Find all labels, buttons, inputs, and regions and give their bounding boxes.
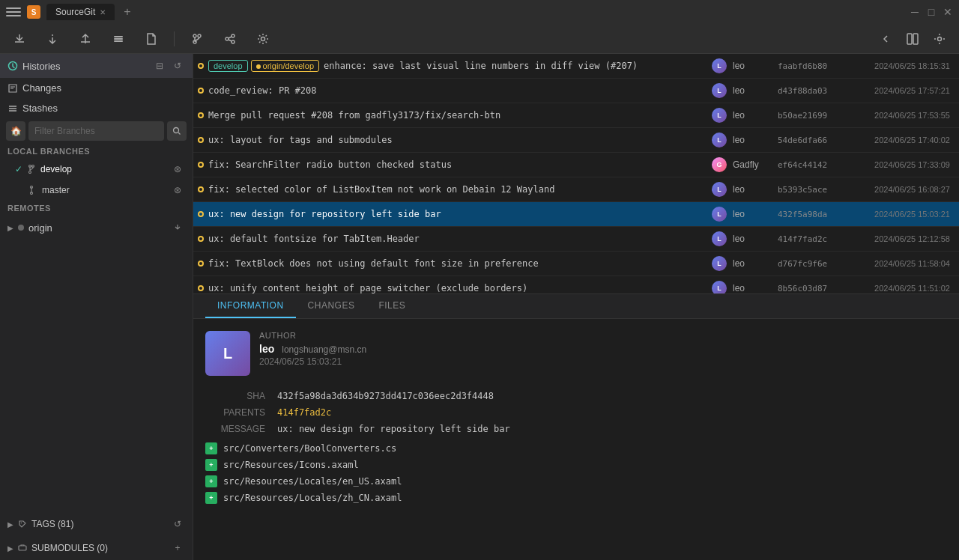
tab-information[interactable]: INFORMATION — [205, 294, 296, 318]
file-name: src/Resources/Icons.axaml — [223, 460, 359, 470]
commit-row[interactable]: Merge pull request #208 from gadfly3173/… — [193, 103, 959, 128]
branch-icon-master — [28, 186, 37, 195]
filter-branches-input[interactable] — [28, 121, 164, 141]
titlebar: S SourceGit ✕ + ─ □ ✕ — [0, 0, 959, 24]
commit-dot — [198, 112, 204, 118]
home-btn[interactable]: 🏠 — [6, 121, 25, 141]
refresh-btn[interactable]: ↺ — [170, 58, 185, 73]
parents-label: PARENTS — [205, 407, 265, 418]
commit-graph-col — [193, 236, 208, 242]
tags-expand-icon: ▶ — [7, 520, 13, 529]
commit-date: 2024/06/25 12:12:58 — [845, 234, 950, 243]
svg-point-4 — [198, 34, 201, 37]
commit-row[interactable]: fix: TextBlock does not using default fo… — [193, 252, 959, 276]
branch-develop[interactable]: ✓ develop ⊛ — [0, 159, 193, 180]
sha-value: 432f5a98da3d634b9273dd417c036eec2d3f4448 — [277, 391, 494, 401]
commit-row[interactable]: code_review: PR #208Lleod43f88da032024/0… — [193, 79, 959, 103]
panel-btn[interactable] — [902, 28, 923, 49]
content-area: developorigin/developenhance: save last … — [193, 54, 959, 560]
svg-rect-11 — [913, 34, 918, 44]
commit-message: ux: layout for tags and submodules — [208, 135, 706, 145]
new-tab-btn[interactable]: + — [121, 5, 133, 19]
sidebar-item-stashes[interactable]: Stashes — [0, 98, 193, 118]
close-btn[interactable]: ✕ — [943, 7, 953, 17]
commit-message: ux: new design for repository left side … — [208, 209, 706, 219]
sidebar-item-changes[interactable]: Changes — [0, 78, 193, 98]
submodule-add-btn[interactable]: + — [170, 541, 185, 556]
tags-section[interactable]: ▶ TAGS (81) ↺ — [0, 512, 193, 536]
file-item: +src/Converters/BoolConverters.cs — [205, 440, 947, 457]
message-value: ux: new design for repository left side … — [277, 424, 510, 434]
pull-btn[interactable] — [42, 28, 63, 49]
commit-avatar: L — [712, 281, 727, 293]
commit-date: 2024/06/25 17:57:21 — [845, 86, 950, 95]
svg-rect-21 — [19, 546, 26, 550]
remote-fetch-btn[interactable] — [170, 220, 185, 235]
commit-row[interactable]: ux: unify content height of page switche… — [193, 276, 959, 293]
settings-btn[interactable] — [252, 28, 273, 49]
commit-avatar: L — [712, 58, 727, 73]
commit-dot — [198, 137, 204, 143]
commit-graph-col — [193, 186, 208, 192]
filter-master-btn[interactable]: ⊛ — [170, 183, 185, 198]
config-btn[interactable] — [929, 28, 950, 49]
commit-row[interactable]: fix: selected color of ListBoxItem not w… — [193, 177, 959, 202]
commit-graph-col — [193, 285, 208, 291]
commit-hash: 432f5a98da — [778, 210, 845, 219]
submodules-expand-icon: ▶ — [7, 544, 13, 553]
branch-master[interactable]: master ⊛ — [0, 180, 193, 201]
push-btn[interactable] — [75, 28, 96, 49]
submodule-icon — [18, 544, 27, 553]
maximize-btn[interactable]: □ — [926, 7, 937, 17]
tab-changes[interactable]: CHANGES — [296, 294, 367, 318]
sidebar-item-histories[interactable]: Histories ⊟ ↺ — [0, 54, 193, 78]
parent-hash-link[interactable]: 414f7fad2c — [277, 407, 331, 418]
tab-files[interactable]: FILES — [366, 294, 417, 318]
commit-avatar: L — [712, 182, 727, 197]
commit-date: 2024/06/25 17:33:09 — [845, 160, 950, 169]
tags-refresh-btn[interactable]: ↺ — [170, 517, 185, 532]
commit-dot — [198, 63, 204, 69]
commit-list[interactable]: developorigin/developenhance: save last … — [193, 54, 959, 293]
commit-date: 2024/06/25 18:15:31 — [845, 61, 950, 70]
filter-develop-btn[interactable]: ⊛ — [170, 162, 185, 177]
commit-message: ux: default fontsize for TabItem.Header — [208, 234, 706, 244]
submodules-section[interactable]: ▶ SUBMODULES (0) + — [0, 536, 193, 560]
commit-hash: d767fc9f6e — [778, 259, 845, 269]
commit-row[interactable]: ux: new design for repository left side … — [193, 202, 959, 227]
svg-point-7 — [226, 37, 229, 40]
search-btn[interactable] — [167, 121, 187, 141]
commit-author: leo — [733, 61, 778, 71]
fetch-btn[interactable] — [9, 28, 30, 49]
app-tab[interactable]: SourceGit ✕ — [46, 4, 115, 20]
commit-row[interactable]: fix: SearchFilter radio button checked s… — [193, 153, 959, 177]
commit-row[interactable]: ux: layout for tags and submodulesLleo54… — [193, 128, 959, 153]
branch-btn[interactable] — [187, 28, 208, 49]
collapse-btn[interactable]: ⊟ — [152, 58, 167, 73]
remote-origin[interactable]: ▶ origin — [7, 219, 185, 237]
commit-hash: ef64c44142 — [778, 160, 845, 170]
detail-tabs: INFORMATION CHANGES FILES — [193, 294, 959, 319]
file-btn[interactable] — [141, 28, 162, 49]
share-btn[interactable] — [220, 28, 240, 49]
nav-btn[interactable] — [875, 28, 896, 49]
histories-actions: ⊟ ↺ — [152, 58, 185, 73]
tab-close-btn[interactable]: ✕ — [100, 8, 106, 16]
check-icon: ✓ — [15, 164, 22, 174]
commit-dot — [198, 236, 204, 242]
commit-row[interactable]: developorigin/developenhance: save last … — [193, 54, 959, 79]
branch-develop-actions: ⊛ — [170, 162, 185, 177]
svg-point-3 — [193, 34, 196, 37]
commit-author: leo — [733, 234, 778, 244]
minimize-btn[interactable]: ─ — [910, 7, 920, 17]
commit-hash: d43f88da03 — [778, 86, 845, 96]
file-item: +src/Resources/Icons.axaml — [205, 457, 947, 473]
commit-graph-col — [193, 162, 208, 168]
svg-rect-0 — [114, 36, 123, 37]
changes-label: Changes — [22, 82, 185, 94]
commit-author: leo — [733, 184, 778, 195]
commit-row[interactable]: ux: default fontsize for TabItem.HeaderL… — [193, 227, 959, 252]
stash-btn[interactable] — [108, 28, 129, 49]
commit-graph-col — [193, 112, 208, 118]
menu-icon[interactable] — [6, 4, 21, 19]
